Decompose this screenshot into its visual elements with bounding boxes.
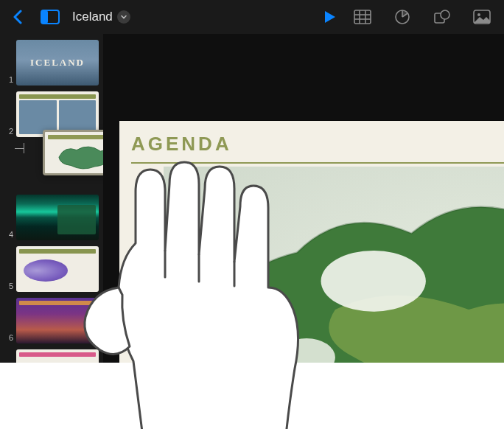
map-graphic: 1 3 [164, 167, 504, 363]
current-slide[interactable]: AGENDA [119, 121, 504, 363]
slide-canvas[interactable]: AGENDA [103, 34, 504, 363]
media-insert-button[interactable] [472, 7, 492, 27]
shape-insert-button[interactable] [432, 7, 452, 27]
svg-rect-2 [354, 10, 371, 24]
navigator-toggle-button[interactable] [40, 7, 60, 27]
svg-point-15 [321, 251, 426, 312]
table-insert-button[interactable] [352, 7, 373, 27]
svg-rect-1 [41, 10, 48, 24]
thumb-number: 6 [3, 333, 13, 343]
thumb-number [3, 187, 13, 189]
slide-divider [131, 162, 504, 164]
document-title-menu[interactable]: Iceland [72, 10, 130, 24]
thumb-preview [16, 195, 99, 240]
slide-navigator[interactable]: 1 ICELAND 2 4 5 [0, 34, 103, 363]
main-area: 1 ICELAND 2 4 5 [0, 34, 504, 363]
chart-insert-button[interactable] [392, 7, 413, 27]
slide-thumb[interactable]: 5 [3, 246, 99, 292]
slide-thumb[interactable]: 6 [3, 298, 99, 343]
thumb-number: 5 [3, 282, 13, 292]
thumb-preview [16, 246, 99, 292]
thumb-preview [16, 349, 99, 363]
slide-thumb[interactable]: 1 ICELAND [3, 40, 99, 86]
svg-point-11 [441, 10, 449, 19]
svg-point-13 [477, 13, 480, 16]
slide-thumb[interactable]: 4 [3, 195, 99, 240]
thumb-preview [16, 298, 99, 343]
chevron-down-icon [117, 10, 130, 24]
toolbar: Iceland [0, 0, 504, 34]
keynote-app: Iceland 1 [0, 0, 504, 363]
thumb-number: 4 [3, 230, 13, 240]
back-button[interactable] [7, 7, 28, 27]
thumb-number: 1 [3, 75, 13, 86]
slide-title: AGENDA [131, 133, 232, 156]
thumb-number: 2 [3, 127, 13, 137]
play-button[interactable] [320, 7, 340, 27]
slide-thumb[interactable]: 7 [3, 349, 99, 363]
document-title: Iceland [72, 10, 113, 24]
thumb-preview: ICELAND [16, 40, 99, 86]
